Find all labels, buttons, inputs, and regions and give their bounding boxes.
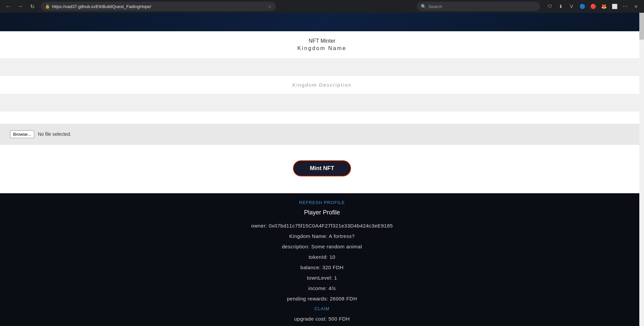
bookmark-icon[interactable]: ☆ (268, 4, 272, 9)
browse-button[interactable]: Browse... (10, 130, 34, 138)
mint-nft-button[interactable]: Mint NFT (293, 160, 351, 176)
search-icon: 🔍 (421, 4, 426, 9)
browser-search-bar[interactable]: 🔍 Search (417, 2, 540, 11)
refresh-button[interactable]: ↻ (28, 2, 37, 11)
player-profile-section: REFRESH PROFILE Player Profile owner: 0x… (0, 193, 644, 326)
ext4-icon[interactable]: ⬜ (610, 2, 619, 11)
file-input-row: Browse... No file selected. (0, 124, 644, 145)
refresh-profile-link[interactable]: REFRESH PROFILE (0, 200, 644, 205)
pending-rewards-field: pending rewards: 26008 FDH (0, 296, 644, 301)
browser-chrome: ← → ↻ 🔒 https://vad37.github.io/EthBuild… (0, 0, 644, 13)
lock-icon: 🔒 (45, 4, 50, 9)
browser-right-icons: 🛡 ⬇ V 🔵 🔴 🦊 ⬜ ⋯ ≡ (545, 2, 641, 11)
mint-btn-row: Mint NFT (0, 157, 644, 183)
site-header-banner (0, 13, 644, 31)
white-spacer-2 (0, 112, 644, 124)
vpn-icon[interactable]: V (567, 2, 576, 11)
scrollbar-track[interactable] (639, 13, 644, 326)
back-button[interactable]: ← (3, 2, 13, 11)
description-field: description: Some random animal (0, 244, 644, 249)
scrollbar-thumb[interactable] (639, 13, 644, 40)
claim-link[interactable]: CLAIM (0, 306, 644, 311)
token-id-field: tokenId: 10 (0, 254, 644, 260)
nft-minter-title: NFT Minter (0, 38, 644, 44)
balance-field: balance: 320 FDH (0, 264, 644, 270)
search-placeholder-text: Search (428, 4, 442, 9)
kingdom-description-input[interactable] (195, 100, 450, 106)
url-text: https://vad37.github.io/EthBuildQuest_Fa… (52, 4, 266, 9)
income-field: income: 4/s (0, 285, 644, 291)
white-spacer-1: Kingdom Description (0, 76, 644, 94)
kingdom-name-label: Kingdom Name (0, 45, 644, 51)
white-pad-row (0, 145, 644, 157)
forward-button[interactable]: → (15, 2, 25, 11)
download-icon[interactable]: ⬇ (556, 2, 565, 11)
menu-icon[interactable]: ≡ (631, 2, 641, 11)
nft-minter-section: NFT Minter Kingdom Name Kingdom Descript… (0, 31, 644, 193)
town-level-field: townLevel: 1 (0, 275, 644, 281)
kingdom-description-input-row (0, 94, 644, 112)
ext2-icon[interactable]: 🔴 (588, 2, 598, 11)
more-icon[interactable]: ⋯ (621, 2, 630, 11)
kingdom-name-input[interactable] (195, 64, 450, 70)
owner-field: owner: 0x07bd11c75f15C0A4F27f321e33D4b42… (0, 223, 644, 229)
kingdom-name-field: Kingdom Name: A fortress? (0, 233, 644, 239)
kingdom-description-label: Kingdom Description (0, 82, 644, 88)
player-profile-title: Player Profile (0, 209, 644, 216)
kingdom-name-input-row (0, 58, 644, 76)
shield-icon[interactable]: 🛡 (545, 2, 555, 11)
ext3-icon[interactable]: 🦊 (599, 2, 608, 11)
upgrade-cost-field: upgrade cost: 500 FDH (0, 316, 644, 322)
file-no-selected-label: No file selected. (38, 131, 71, 137)
address-bar[interactable]: 🔒 https://vad37.github.io/EthBuildQuest_… (41, 2, 276, 11)
ext1-icon[interactable]: 🔵 (578, 2, 587, 11)
